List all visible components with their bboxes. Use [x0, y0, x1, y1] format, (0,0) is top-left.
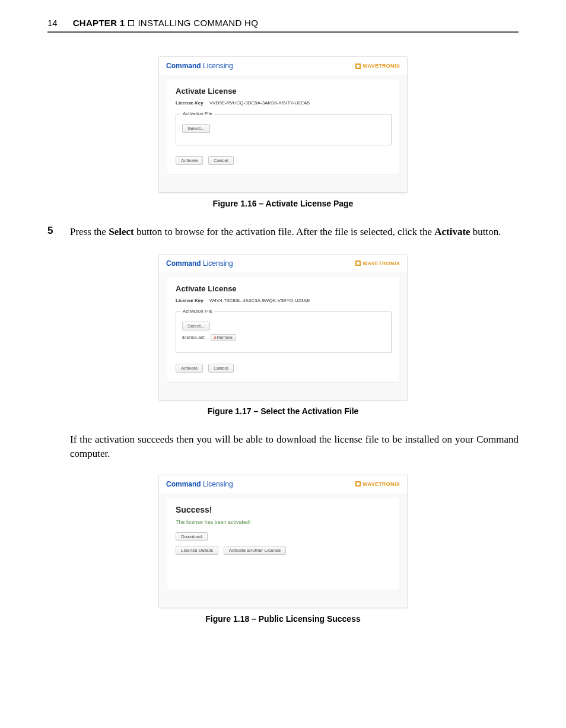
fieldset-legend: Activation File — [181, 111, 214, 116]
licensing-window-3: Command Licensing WAVETRONIX Success! Th… — [158, 475, 408, 608]
chapter-separator-icon — [128, 20, 134, 26]
select-file-button-2[interactable]: Select... — [182, 322, 210, 330]
license-key-row-2: License Key W4V4-73CB3L-4A3C3A-9WQK-V3EY… — [176, 298, 392, 303]
remove-label: Remove — [217, 335, 233, 339]
chapter-label: CHAPTER 1 — [73, 18, 125, 28]
paragraph-success: If the activation succeeds then you will… — [70, 433, 519, 462]
page-number: 14 — [47, 18, 58, 28]
activation-file-fieldset-2: Activation File Select... license.act xR… — [176, 311, 392, 353]
header-rule — [47, 31, 519, 33]
brand-right-text-3: WAVETRONIX — [363, 481, 400, 487]
brand-right-text-2: WAVETRONIX — [363, 260, 400, 266]
window-body-2: Activate License License Key W4V4-73CB3L… — [159, 272, 407, 400]
license-key-label: License Key — [176, 100, 203, 106]
license-key-value-2: W4V4-73CB3L-4A3C3A-9WQK-V3EYO-U23AE — [209, 298, 310, 303]
figure-caption-1-16: Figure 1.16 – Activate License Page — [47, 199, 519, 208]
success-message: The license has been activated! — [176, 519, 392, 525]
action-row: Activate Cancel — [176, 154, 392, 165]
app-title-3: Command Licensing — [166, 480, 233, 488]
activate-panel-2: Activate License License Key W4V4-73CB3L… — [167, 277, 399, 382]
chapter-title: INSTALLING COMMAND HQ — [138, 18, 258, 28]
window-titlebar: Command Licensing WAVETRONIX — [159, 57, 407, 75]
brand-bold-3: Command — [166, 480, 201, 488]
window-body-3: Success! The license has been activated!… — [159, 493, 407, 608]
figure-1-18: Command Licensing WAVETRONIX Success! Th… — [158, 475, 408, 608]
step-text-b: button to browse for the activation file… — [134, 226, 435, 237]
brand-right-text: WAVETRONIX — [363, 63, 400, 69]
brand-logo-right-3: WAVETRONIX — [355, 481, 400, 487]
window-titlebar-3: Command Licensing WAVETRONIX — [159, 475, 407, 493]
fieldset-legend-2: Activation File — [181, 309, 214, 314]
page-header: 14 CHAPTER 1 INSTALLING COMMAND HQ — [47, 18, 519, 28]
wavetronix-icon-3 — [355, 481, 361, 487]
success-heading: Success! — [176, 505, 392, 514]
activate-button[interactable]: Activate — [176, 156, 203, 165]
panel-heading-2: Activate License — [176, 284, 392, 293]
brand-bold: Command — [166, 62, 201, 70]
step-number: 5 — [47, 225, 70, 240]
remove-x-icon: x — [214, 335, 217, 339]
license-details-button[interactable]: License Details — [176, 546, 218, 555]
step-text-a: Press the — [70, 226, 109, 237]
brand-light-2: Licensing — [201, 259, 233, 268]
wavetronix-icon — [355, 63, 361, 69]
step-bold-select: Select — [109, 226, 133, 237]
step-bold-activate: Activate — [434, 226, 470, 237]
success-panel: Success! The license has been activated!… — [167, 498, 399, 590]
app-title: Command Licensing — [166, 62, 233, 70]
figure-1-16: Command Licensing WAVETRONIX Activate Li… — [158, 56, 408, 193]
wavetronix-icon-2 — [355, 260, 361, 266]
brand-light: Licensing — [201, 62, 233, 70]
step-5: 5 Press the Select button to browse for … — [47, 225, 519, 240]
license-key-value: VVD5E-RVHCQ-3DC9A-3AKS6-X6VTY-U2EA5 — [209, 100, 310, 106]
activation-file-fieldset: Activation File Select... — [176, 114, 392, 145]
window-titlebar-2: Command Licensing WAVETRONIX — [159, 255, 407, 272]
remove-file-button[interactable]: xRemove — [211, 334, 236, 341]
panel-heading: Activate License — [176, 87, 392, 96]
figure-1-17: Command Licensing WAVETRONIX Activate Li… — [158, 254, 408, 400]
figure-caption-1-17: Figure 1.17 – Select the Activation File — [47, 406, 519, 416]
activate-another-button[interactable]: Activate another License — [224, 546, 287, 555]
action-row-2: Activate Cancel — [176, 361, 392, 373]
cancel-button[interactable]: Cancel — [208, 156, 234, 165]
license-key-row: License Key VVD5E-RVHCQ-3DC9A-3AKS6-X6VT… — [176, 100, 392, 106]
step-text-c: button. — [470, 226, 501, 237]
licensing-window-2: Command Licensing WAVETRONIX Activate Li… — [158, 254, 408, 400]
step-text: Press the Select button to browse for th… — [70, 225, 501, 240]
download-row: Download — [176, 530, 392, 541]
secondary-row: License Details Activate another License — [176, 543, 392, 555]
app-title-2: Command Licensing — [166, 259, 233, 268]
activate-panel: Activate License License Key VVD5E-RVHCQ… — [167, 80, 399, 174]
license-key-label-2: License Key — [176, 298, 203, 303]
brand-light-3: Licensing — [201, 480, 233, 488]
licensing-window: Command Licensing WAVETRONIX Activate Li… — [158, 56, 408, 193]
para-text: If the activation succeeds then you will… — [70, 434, 519, 460]
activate-button-2[interactable]: Activate — [176, 364, 203, 373]
brand-logo-right: WAVETRONIX — [355, 63, 400, 69]
window-body: Activate License License Key VVD5E-RVHCQ… — [159, 75, 407, 192]
cancel-button-2[interactable]: Cancel — [208, 364, 234, 373]
selected-file-row: license.act xRemove — [182, 334, 385, 341]
download-button[interactable]: Download — [176, 532, 208, 541]
figure-caption-1-18: Figure 1.18 – Public Licensing Success — [47, 614, 519, 624]
brand-bold-2: Command — [166, 259, 201, 268]
brand-logo-right-2: WAVETRONIX — [355, 260, 400, 266]
selected-file-name: license.act — [182, 335, 205, 340]
select-file-button[interactable]: Select... — [182, 124, 210, 133]
